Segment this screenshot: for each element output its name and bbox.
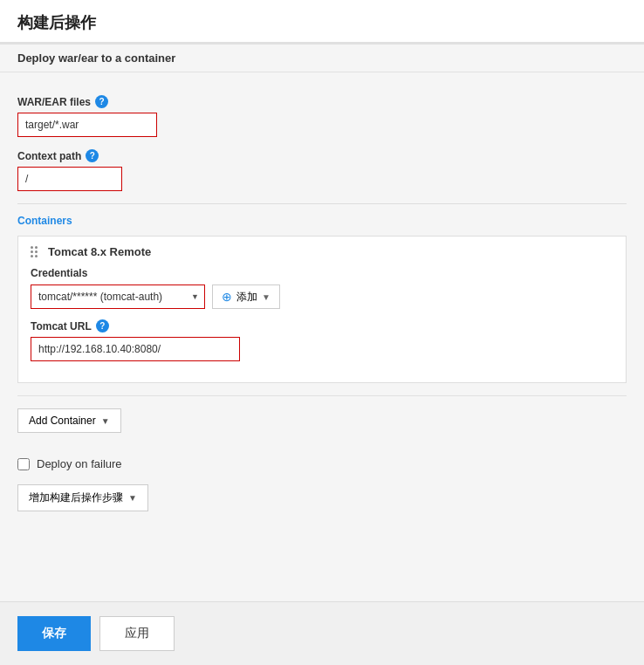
add-step-button[interactable]: 增加构建后操作步骤 ▼ [17, 484, 148, 511]
deploy-section-title: Deploy war/ear to a container [17, 51, 175, 65]
war-ear-help-icon[interactable]: ? [95, 95, 108, 108]
tomcat-url-label: Tomcat URL [31, 320, 92, 332]
containers-label: Containers [17, 203, 627, 227]
war-ear-label: WAR/EAR files [17, 96, 91, 108]
context-path-help-icon[interactable]: ? [86, 149, 99, 162]
drag-handle[interactable] [31, 246, 38, 257]
deploy-on-failure-checkbox[interactable] [17, 458, 30, 470]
container-block: Tomcat 8.x Remote Credentials tomcat/***… [17, 236, 627, 383]
add-credentials-label: 添加 [236, 290, 257, 305]
context-path-input[interactable] [17, 167, 122, 191]
apply-button[interactable]: 应用 [99, 616, 175, 651]
container-name: Tomcat 8.x Remote [48, 245, 151, 258]
add-credentials-icon: ⊕ [222, 290, 232, 304]
war-ear-input[interactable] [17, 113, 157, 137]
add-container-button[interactable]: Add Container ▼ [17, 408, 121, 433]
tomcat-url-input[interactable] [31, 337, 240, 361]
add-step-chevron-icon: ▼ [128, 493, 137, 503]
add-container-label: Add Container [29, 415, 96, 427]
add-credentials-chevron: ▼ [262, 292, 271, 302]
credentials-label: Credentials [31, 267, 613, 279]
save-button[interactable]: 保存 [17, 616, 91, 651]
credentials-select-wrapper[interactable]: tomcat/****** (tomcat-auth) [31, 285, 205, 309]
footer: 保存 应用 [0, 601, 644, 665]
divider [17, 395, 627, 396]
credentials-select[interactable]: tomcat/****** (tomcat-auth) [31, 285, 205, 309]
deploy-on-failure-label: Deploy on failure [37, 457, 122, 470]
add-credentials-button[interactable]: ⊕ 添加 ▼ [212, 285, 280, 309]
tomcat-url-help-icon[interactable]: ? [96, 319, 109, 332]
add-container-chevron-icon: ▼ [101, 416, 110, 426]
page-title: 构建后操作 [17, 12, 627, 33]
context-path-label: Context path [17, 150, 81, 162]
add-step-label: 增加构建后操作步骤 [29, 490, 123, 505]
